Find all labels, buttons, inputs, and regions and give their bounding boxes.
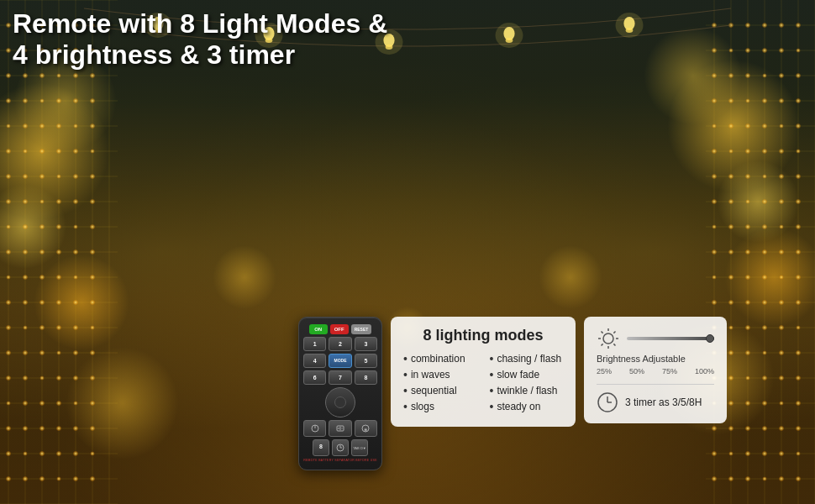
bullet-icon: • — [490, 385, 494, 396]
remote-btn-6[interactable]: 6 — [303, 370, 326, 385]
remote-btn-timer2[interactable]: TAB O▼ — [351, 439, 368, 456]
remote-container: ON OFF RESET 1 2 3 4 MODE 5 6 7 8 — [298, 317, 382, 470]
sun-icon — [597, 327, 620, 350]
bullet-icon: • — [403, 385, 408, 396]
remote-on-button[interactable]: ON — [309, 324, 328, 334]
remote-btn-2[interactable]: 2 — [329, 337, 351, 351]
brightness-slider-thumb[interactable] — [706, 334, 714, 343]
svg-text:◉: ◉ — [364, 427, 368, 432]
divider — [597, 384, 714, 385]
remote-btn-special-1[interactable] — [303, 420, 326, 437]
mode-sequential: • sequential — [403, 385, 477, 396]
mode-in-waves: • in waves — [403, 369, 477, 381]
brightness-50: 50% — [629, 367, 644, 375]
heading-line2: 4 brightness & 3 timer — [13, 39, 295, 70]
brightness-label: Brightness Adjustable — [597, 354, 714, 364]
bullet-icon: • — [403, 369, 408, 381]
remote-btn-3[interactable]: 3 — [355, 337, 377, 351]
mode-slow-fade: • slow fade — [490, 369, 564, 381]
modes-title: 8 lighting modes — [403, 327, 563, 344]
timer-row: 3 timer as 3/5/8H — [597, 391, 714, 413]
remote-btn-8[interactable]: 8 — [355, 370, 377, 385]
remote-btn-7[interactable]: 7 — [329, 370, 351, 385]
mode-chasing-flash: • chasing / flash — [490, 353, 564, 365]
modes-panel: 8 lighting modes • combination • in wave… — [391, 317, 576, 427]
mode-twinkle-flash: • twinkle / flash — [490, 385, 564, 396]
modes-left-column: • combination • in waves • sequential • … — [403, 353, 477, 417]
info-panel: ON OFF RESET 1 2 3 4 MODE 5 6 7 8 — [298, 317, 798, 470]
brightness-75: 75% — [662, 367, 677, 375]
remote-btn-5[interactable]: 5 — [355, 354, 377, 368]
svg-line-313 — [602, 332, 603, 333]
brightness-slider[interactable] — [627, 337, 714, 340]
brightness-25: 25% — [597, 367, 612, 375]
bullet-icon: • — [403, 401, 408, 412]
remote-8row: 8 TAB O▼ — [303, 439, 377, 456]
remote-btn-mode[interactable]: MODE — [329, 354, 351, 368]
timer-text: 3 timer as 3/5/8H — [625, 396, 702, 408]
main-heading: Remote with 8 Light Modes & 4 brightness… — [13, 8, 387, 71]
remote-btn-8b[interactable]: 8 — [313, 439, 329, 456]
brightness-icon-row — [597, 327, 714, 350]
remote-btn-special-2[interactable] — [329, 420, 351, 437]
mode-steady-on: • steady on — [490, 401, 564, 412]
remote-btn-timer1[interactable] — [332, 439, 349, 456]
mode-slogs: • slogs — [403, 401, 477, 412]
remote-top-buttons: ON OFF RESET — [303, 324, 377, 334]
svg-line-316 — [602, 344, 603, 346]
bullet-icon: • — [403, 353, 408, 365]
remote-reset-button[interactable]: RESET — [351, 324, 372, 334]
remote-nav-circle[interactable] — [325, 387, 355, 417]
remote-bottom-buttons: ◉ — [303, 420, 377, 437]
bullet-icon: • — [490, 401, 494, 412]
heading-line1: Remote with 8 Light Modes & — [13, 8, 387, 39]
remote-btn-4[interactable]: 4 — [303, 354, 326, 368]
brightness-scale: 25% 50% 75% 100% — [597, 367, 714, 375]
remote-nav-inner — [334, 396, 346, 408]
svg-point-308 — [603, 333, 613, 344]
bullet-icon: • — [490, 369, 494, 381]
svg-line-314 — [613, 344, 615, 346]
clock-icon — [597, 391, 618, 413]
remote-off-button[interactable]: OFF — [330, 324, 349, 334]
remote-numpad: 1 2 3 4 MODE 5 6 7 8 — [303, 337, 377, 385]
content: Remote with 8 Light Modes & 4 brightness… — [0, 0, 815, 504]
remote-footer-label: REMOTE BATTERY SEPARATOR BEFORE USE — [303, 459, 377, 463]
remote-nav — [303, 387, 377, 417]
mode-combination: • combination — [403, 353, 477, 365]
brightness-panel: Brightness Adjustable 25% 50% 75% 100% 3… — [584, 317, 727, 423]
remote-btn-1[interactable]: 1 — [303, 337, 326, 351]
modes-right-column: • chasing / flash • slow fade • twinkle … — [490, 353, 564, 417]
bullet-icon: • — [490, 353, 494, 365]
modes-columns: • combination • in waves • sequential • … — [403, 353, 563, 417]
remote-btn-special-3[interactable]: ◉ — [355, 420, 377, 437]
svg-line-315 — [613, 332, 615, 333]
brightness-100: 100% — [695, 367, 714, 375]
remote-control: ON OFF RESET 1 2 3 4 MODE 5 6 7 8 — [298, 317, 382, 470]
